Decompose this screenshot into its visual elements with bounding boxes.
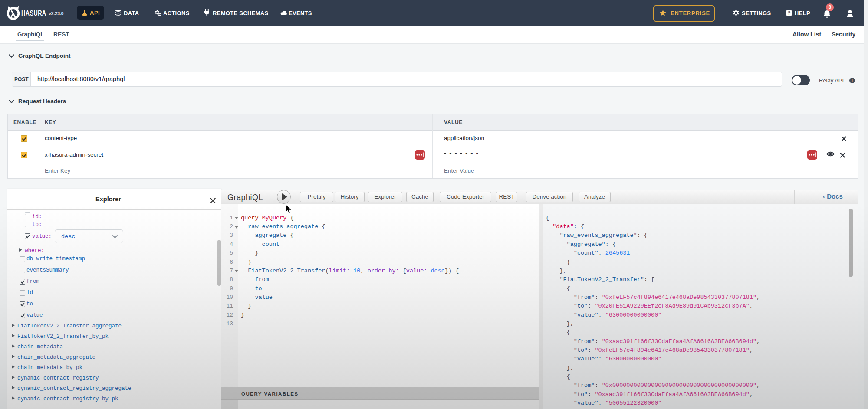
svg-text:?: ? <box>788 10 791 16</box>
